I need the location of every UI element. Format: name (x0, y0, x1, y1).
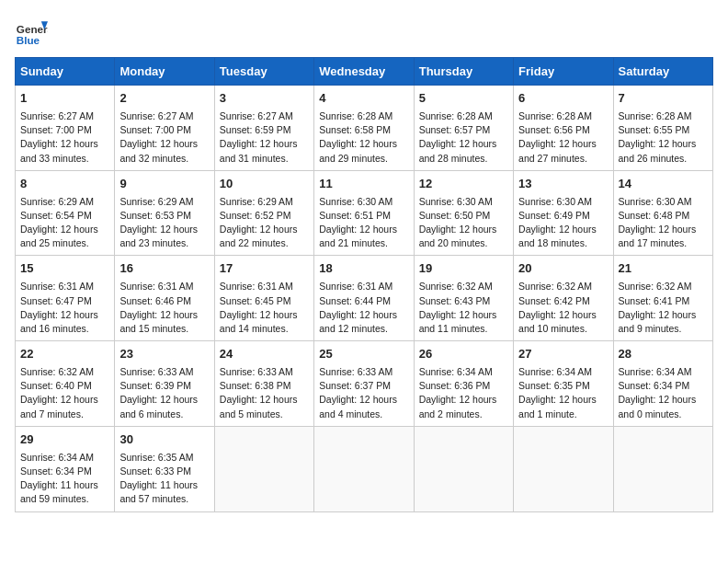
sunset-text: Sunset: 6:38 PM (220, 380, 291, 391)
sunset-text: Sunset: 6:42 PM (518, 295, 590, 306)
week-row-3: 15Sunrise: 6:31 AMSunset: 6:47 PMDayligh… (16, 256, 713, 341)
calendar-cell: 12Sunrise: 6:30 AMSunset: 6:50 PMDayligh… (414, 170, 513, 256)
sunrise-text: Sunrise: 6:32 AM (20, 366, 94, 377)
day-number: 3 (220, 90, 309, 108)
day-number: 9 (119, 176, 209, 193)
day-number: 12 (419, 176, 508, 193)
calendar-cell (214, 426, 313, 511)
sunset-text: Sunset: 6:57 PM (419, 124, 491, 135)
daylight-text: Daylight: 12 hours and 27 minutes. (518, 138, 597, 163)
daylight-text: Daylight: 12 hours and 21 minutes. (319, 224, 397, 248)
daylight-text: Daylight: 11 hours and 57 minutes. (119, 479, 198, 504)
daylight-text: Daylight: 12 hours and 1 minute. (518, 394, 597, 419)
calendar-cell: 25Sunrise: 6:33 AMSunset: 6:37 PMDayligh… (314, 341, 414, 427)
calendar-cell: 10Sunrise: 6:29 AMSunset: 6:52 PMDayligh… (214, 170, 313, 256)
day-number: 29 (20, 431, 109, 449)
day-number: 14 (619, 176, 708, 193)
sunrise-text: Sunrise: 6:34 AM (419, 366, 493, 377)
sunrise-text: Sunrise: 6:30 AM (619, 196, 692, 207)
daylight-text: Daylight: 12 hours and 15 minutes. (119, 309, 198, 334)
daylight-text: Daylight: 12 hours and 23 minutes. (119, 224, 198, 248)
daylight-text: Daylight: 12 hours and 18 minutes. (518, 224, 597, 248)
sunset-text: Sunset: 6:44 PM (319, 295, 391, 306)
day-number: 22 (20, 346, 109, 363)
sunrise-text: Sunrise: 6:27 AM (20, 110, 94, 121)
day-number: 21 (619, 260, 708, 278)
calendar-header-row: SundayMondayTuesdayWednesdayThursdayFrid… (16, 58, 713, 86)
sunset-text: Sunset: 6:54 PM (20, 210, 92, 221)
daylight-text: Daylight: 12 hours and 28 minutes. (419, 138, 497, 163)
daylight-text: Daylight: 12 hours and 0 minutes. (619, 394, 697, 419)
day-number: 18 (319, 260, 408, 278)
sunrise-text: Sunrise: 6:30 AM (319, 196, 392, 207)
sunset-text: Sunset: 6:35 PM (518, 380, 590, 391)
daylight-text: Daylight: 12 hours and 7 minutes. (20, 394, 98, 419)
sunrise-text: Sunrise: 6:34 AM (619, 366, 692, 377)
daylight-text: Daylight: 12 hours and 14 minutes. (220, 309, 298, 334)
sunrise-text: Sunrise: 6:27 AM (220, 110, 293, 121)
calendar-cell: 28Sunrise: 6:34 AMSunset: 6:34 PMDayligh… (613, 341, 712, 427)
calendar-table: SundayMondayTuesdayWednesdayThursdayFrid… (15, 57, 713, 512)
sunset-text: Sunset: 6:43 PM (419, 295, 491, 306)
calendar-cell: 3Sunrise: 6:27 AMSunset: 6:59 PMDaylight… (214, 86, 313, 171)
sunrise-text: Sunrise: 6:32 AM (619, 281, 692, 292)
sunrise-text: Sunrise: 6:30 AM (518, 196, 592, 207)
sunset-text: Sunset: 6:48 PM (619, 210, 690, 221)
sunrise-text: Sunrise: 6:35 AM (119, 452, 193, 463)
daylight-text: Daylight: 12 hours and 26 minutes. (619, 138, 697, 163)
column-header-friday: Friday (514, 58, 613, 86)
calendar-cell (514, 426, 613, 511)
sunrise-text: Sunrise: 6:28 AM (518, 110, 592, 121)
calendar-cell: 24Sunrise: 6:33 AMSunset: 6:38 PMDayligh… (214, 341, 313, 427)
sunset-text: Sunset: 6:49 PM (518, 210, 590, 221)
sunset-text: Sunset: 6:40 PM (20, 380, 92, 391)
sunset-text: Sunset: 6:34 PM (619, 380, 690, 391)
daylight-text: Daylight: 12 hours and 20 minutes. (419, 224, 497, 248)
daylight-text: Daylight: 12 hours and 6 minutes. (119, 394, 198, 419)
sunrise-text: Sunrise: 6:33 AM (319, 366, 392, 377)
daylight-text: Daylight: 12 hours and 31 minutes. (220, 138, 298, 163)
calendar-cell: 23Sunrise: 6:33 AMSunset: 6:39 PMDayligh… (115, 341, 214, 427)
sunrise-text: Sunrise: 6:28 AM (419, 110, 493, 121)
day-number: 26 (419, 346, 508, 363)
day-number: 11 (319, 176, 408, 193)
daylight-text: Daylight: 12 hours and 2 minutes. (419, 394, 497, 419)
daylight-text: Daylight: 12 hours and 12 minutes. (319, 309, 397, 334)
daylight-text: Daylight: 12 hours and 9 minutes. (619, 309, 697, 334)
day-number: 4 (319, 90, 408, 108)
day-number: 1 (20, 90, 109, 108)
page-header: General Blue (15, 15, 713, 48)
daylight-text: Daylight: 12 hours and 22 minutes. (220, 224, 298, 248)
calendar-cell: 8Sunrise: 6:29 AMSunset: 6:54 PMDaylight… (16, 170, 115, 256)
calendar-cell: 21Sunrise: 6:32 AMSunset: 6:41 PMDayligh… (613, 256, 712, 341)
calendar-cell: 15Sunrise: 6:31 AMSunset: 6:47 PMDayligh… (16, 256, 115, 341)
sunset-text: Sunset: 6:58 PM (319, 124, 391, 135)
day-number: 16 (119, 260, 209, 278)
sunrise-text: Sunrise: 6:27 AM (119, 110, 193, 121)
week-row-4: 22Sunrise: 6:32 AMSunset: 6:40 PMDayligh… (16, 341, 713, 427)
sunset-text: Sunset: 6:47 PM (20, 295, 92, 306)
calendar-cell: 13Sunrise: 6:30 AMSunset: 6:49 PMDayligh… (514, 170, 613, 256)
calendar-cell: 4Sunrise: 6:28 AMSunset: 6:58 PMDaylight… (314, 86, 414, 171)
daylight-text: Daylight: 12 hours and 16 minutes. (20, 309, 98, 334)
sunset-text: Sunset: 6:59 PM (220, 124, 291, 135)
sunrise-text: Sunrise: 6:32 AM (518, 281, 592, 292)
sunrise-text: Sunrise: 6:34 AM (20, 452, 94, 463)
daylight-text: Daylight: 12 hours and 25 minutes. (20, 224, 98, 248)
calendar-cell: 5Sunrise: 6:28 AMSunset: 6:57 PMDaylight… (414, 86, 513, 171)
sunset-text: Sunset: 6:45 PM (220, 295, 291, 306)
sunset-text: Sunset: 6:34 PM (20, 465, 92, 477)
week-row-5: 29Sunrise: 6:34 AMSunset: 6:34 PMDayligh… (16, 426, 713, 511)
calendar-cell: 22Sunrise: 6:32 AMSunset: 6:40 PMDayligh… (16, 341, 115, 427)
sunset-text: Sunset: 6:33 PM (119, 465, 191, 477)
sunset-text: Sunset: 6:41 PM (619, 295, 690, 306)
sunrise-text: Sunrise: 6:31 AM (319, 281, 392, 292)
daylight-text: Daylight: 12 hours and 5 minutes. (220, 394, 298, 419)
column-header-monday: Monday (115, 58, 214, 86)
sunrise-text: Sunrise: 6:29 AM (119, 196, 193, 207)
daylight-text: Daylight: 12 hours and 32 minutes. (119, 138, 198, 163)
sunset-text: Sunset: 6:36 PM (419, 380, 491, 391)
daylight-text: Daylight: 12 hours and 10 minutes. (518, 309, 597, 334)
daylight-text: Daylight: 12 hours and 17 minutes. (619, 224, 697, 248)
sunset-text: Sunset: 6:37 PM (319, 380, 391, 391)
